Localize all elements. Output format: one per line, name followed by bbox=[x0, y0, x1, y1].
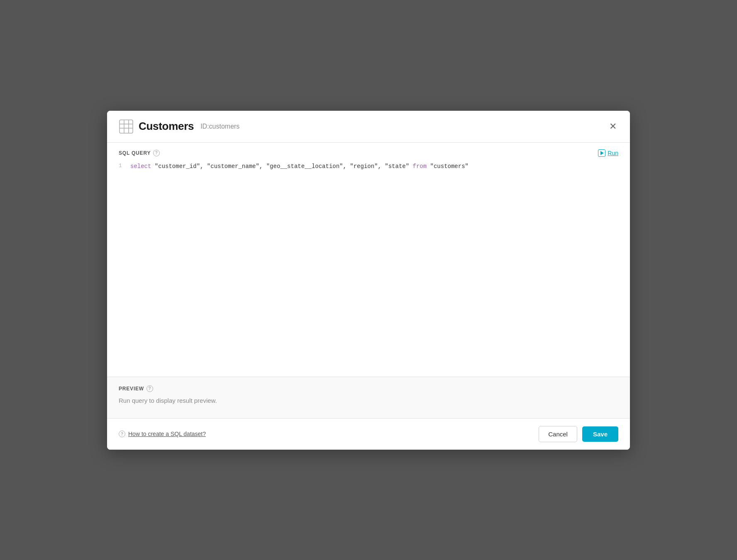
table-icon bbox=[119, 119, 134, 134]
run-button[interactable]: Run bbox=[598, 149, 618, 157]
modal-dialog: Customers ID:customers ✕ SQL QUERY ? Run… bbox=[107, 111, 630, 450]
sql-query-section: SQL QUERY ? Run 1 select "customer_id", … bbox=[107, 143, 630, 377]
column-list: "customer_id", "customer_name", "geo__st… bbox=[155, 163, 409, 170]
cancel-button[interactable]: Cancel bbox=[539, 426, 577, 442]
line-number-1: 1 bbox=[119, 162, 130, 170]
dataset-id: ID:customers bbox=[200, 123, 239, 130]
header-left: Customers ID:customers bbox=[119, 119, 239, 134]
keyword-select: select bbox=[130, 163, 151, 170]
code-content-1: select "customer_id", "customer_name", "… bbox=[130, 162, 618, 171]
table-name: "customers" bbox=[430, 163, 469, 170]
code-line-1: 1 select "customer_id", "customer_name",… bbox=[107, 161, 630, 172]
preview-label-row: PREVIEW ? bbox=[119, 385, 618, 392]
svg-rect-0 bbox=[120, 120, 133, 133]
modal-header: Customers ID:customers ✕ bbox=[107, 111, 630, 143]
footer-help: ? How to create a SQL dataset? bbox=[119, 431, 206, 437]
keyword-from: from bbox=[413, 163, 427, 170]
modal-footer: ? How to create a SQL dataset? Cancel Sa… bbox=[107, 419, 630, 450]
page-title: Customers bbox=[139, 120, 194, 133]
save-button[interactable]: Save bbox=[582, 426, 618, 442]
run-label: Run bbox=[608, 150, 618, 156]
sql-dataset-help-link[interactable]: How to create a SQL dataset? bbox=[128, 431, 206, 437]
preview-section: PREVIEW ? Run query to display result pr… bbox=[107, 377, 630, 419]
preview-help-icon[interactable]: ? bbox=[146, 385, 153, 392]
footer-actions: Cancel Save bbox=[539, 426, 618, 442]
sql-section-label: SQL QUERY ? bbox=[119, 150, 160, 156]
run-play-icon bbox=[598, 149, 605, 157]
close-button[interactable]: ✕ bbox=[608, 120, 618, 133]
preview-section-label: PREVIEW bbox=[119, 386, 144, 392]
sql-help-icon[interactable]: ? bbox=[153, 150, 160, 156]
footer-help-icon[interactable]: ? bbox=[119, 431, 125, 437]
code-editor[interactable]: 1 select "customer_id", "customer_name",… bbox=[107, 161, 630, 377]
preview-empty-message: Run query to display result preview. bbox=[119, 397, 618, 404]
sql-label-row: SQL QUERY ? Run bbox=[107, 143, 630, 161]
